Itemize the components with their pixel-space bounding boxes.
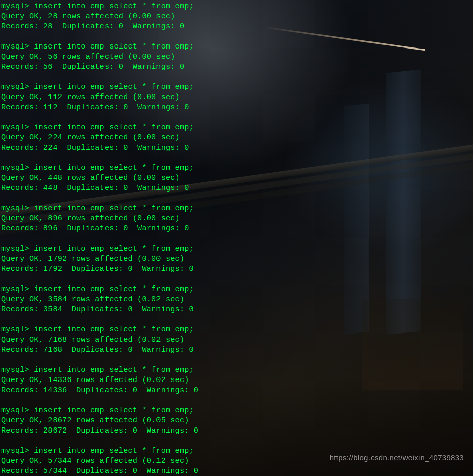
records-line: Records: 3584 Duplicates: 0 Warnings: 0 [1, 304, 473, 314]
command-line: mysql> insert into emp select * from emp… [1, 82, 473, 92]
query-result-line: Query OK, 112 rows affected (0.00 sec) [1, 92, 473, 102]
command-line: mysql> insert into emp select * from emp… [1, 41, 473, 52]
records-line: Records: 896 Duplicates: 0 Warnings: 0 [1, 223, 473, 233]
query-result-line: Query OK, 28 rows affected (0.00 sec) [1, 11, 473, 21]
records-line: Records: 1792 Duplicates: 0 Warnings: 0 [1, 264, 473, 274]
command-line: mysql> insert into emp select * from emp… [1, 284, 473, 294]
records-line: Records: 56 Duplicates: 0 Warnings: 0 [1, 62, 473, 72]
command-line: mysql> insert into emp select * from emp… [1, 1, 473, 11]
query-result-line: Query OK, 56 rows affected (0.00 sec) [1, 52, 473, 62]
query-result-line: Query OK, 448 rows affected (0.00 sec) [1, 173, 473, 183]
query-result-line: Query OK, 896 rows affected (0.00 sec) [1, 213, 473, 223]
blank-line [1, 112, 473, 122]
blank-line [1, 31, 473, 41]
blank-line [1, 233, 473, 244]
blank-line [1, 274, 473, 284]
query-result-line: Query OK, 7168 rows affected (0.02 sec) [1, 335, 473, 345]
query-result-line: Query OK, 224 rows affected (0.00 sec) [1, 132, 473, 142]
command-line: mysql> insert into emp select * from emp… [1, 324, 473, 335]
blank-line [1, 72, 473, 82]
query-result-line: Query OK, 14336 rows affected (0.02 sec) [1, 375, 473, 385]
records-line: Records: 14336 Duplicates: 0 Warnings: 0 [1, 385, 473, 395]
command-line: mysql> insert into emp select * from emp… [1, 244, 473, 254]
command-line: mysql> insert into emp select * from emp… [1, 203, 473, 213]
command-line: mysql> insert into emp select * from emp… [1, 405, 473, 415]
blank-line [1, 314, 473, 324]
records-line: Records: 28 Duplicates: 0 Warnings: 0 [1, 21, 473, 31]
blank-line [1, 436, 473, 446]
records-line: Records: 7168 Duplicates: 0 Warnings: 0 [1, 345, 473, 355]
command-line: mysql> insert into emp select * from emp… [1, 365, 473, 375]
records-line: Records: 57344 Duplicates: 0 Warnings: 0 [1, 466, 473, 476]
records-line: Records: 28672 Duplicates: 0 Warnings: 0 [1, 425, 473, 436]
command-line: mysql> insert into emp select * from emp… [1, 163, 473, 173]
command-line: mysql> insert into emp select * from emp… [1, 122, 473, 132]
query-result-line: Query OK, 28672 rows affected (0.05 sec) [1, 415, 473, 425]
blank-line [1, 153, 473, 163]
watermark-text: https://blog.csdn.net/weixin_40739833 [330, 453, 464, 462]
query-result-line: Query OK, 1792 rows affected (0.00 sec) [1, 254, 473, 264]
blank-line [1, 395, 473, 405]
blank-line [1, 355, 473, 365]
records-line: Records: 448 Duplicates: 0 Warnings: 0 [1, 183, 473, 193]
query-result-line: Query OK, 3584 rows affected (0.02 sec) [1, 294, 473, 304]
records-line: Records: 224 Duplicates: 0 Warnings: 0 [1, 142, 473, 153]
terminal-output[interactable]: mysql> insert into emp select * from emp… [0, 0, 473, 476]
records-line: Records: 112 Duplicates: 0 Warnings: 0 [1, 102, 473, 112]
blank-line [1, 193, 473, 203]
